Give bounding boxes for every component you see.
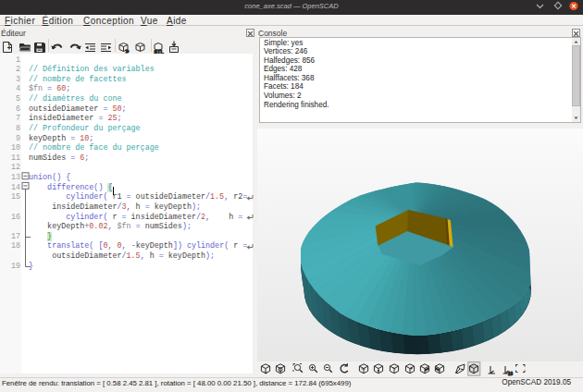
svg-text:10: 10 xyxy=(508,372,514,376)
svg-text:»: » xyxy=(126,47,130,54)
